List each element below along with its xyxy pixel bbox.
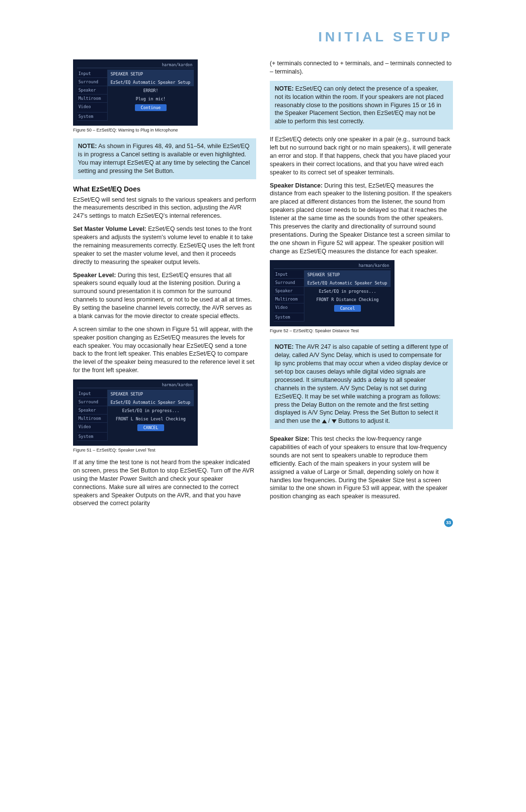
continue-button: Continue xyxy=(135,104,167,111)
osd-line: EzSet/EQ in progress... xyxy=(108,406,194,415)
osd-sidebar-item: Video xyxy=(274,303,304,313)
body-paragraph: Speaker Level: During this test, EzSet/E… xyxy=(73,271,256,321)
note-box-1: NOTE: As shown in Figures 48, 49, and 51… xyxy=(73,138,256,179)
paragraph-label: Speaker Level: xyxy=(73,272,116,279)
two-column-layout: harman/kardon Input SPEAKER SETUP Surrou… xyxy=(73,59,453,512)
left-column: harman/kardon Input SPEAKER SETUP Surrou… xyxy=(73,59,256,512)
note-text: As shown in Figures 48, 49, and 51–54, w… xyxy=(78,143,250,174)
up-triangle-icon xyxy=(322,419,327,423)
body-paragraph: A screen similar to the one shown in Fig… xyxy=(73,325,256,375)
osd-line xyxy=(108,113,194,121)
osd-sidebar-item: Input xyxy=(274,270,304,279)
osd-subtitle: EzSet/EQ Automatic Speaker Setup xyxy=(108,78,194,86)
figure-52-caption: Figure 52 – EzSet/EQ: Speaker Distance T… xyxy=(270,328,453,333)
osd-brand: harman/kardon xyxy=(274,263,391,269)
osd-line: FRONT L Noise Level Checking xyxy=(108,415,194,423)
osd-brand: harman/kardon xyxy=(77,382,194,388)
body-paragraph: Speaker Size: This test checks the low-f… xyxy=(270,435,453,501)
osd-button-row: Continue xyxy=(108,103,194,113)
osd-sidebar-item: Speaker xyxy=(77,406,108,415)
osd-sidebar-item: Speaker xyxy=(77,86,108,94)
page-number-badge: 33 xyxy=(444,518,453,527)
osd-title: SPEAKER SETUP xyxy=(108,390,194,398)
osd-sidebar-item: System xyxy=(274,313,304,321)
osd-line xyxy=(304,313,391,321)
osd-sidebar-item: Multiroom xyxy=(77,415,108,423)
osd-title: SPEAKER SETUP xyxy=(108,70,194,78)
osd-line xyxy=(108,433,194,441)
note-text-a: The AVR 247 is also capable of setting a… xyxy=(275,343,448,424)
osd-sidebar-item: Surround xyxy=(77,78,108,86)
note-label: NOTE: xyxy=(275,343,294,350)
body-paragraph: If EzSet/EQ detects only one speaker in … xyxy=(270,135,453,176)
body-paragraph: (+ terminals connected to + terminals, a… xyxy=(270,59,453,76)
paragraph-label: Set Master Volume Level: xyxy=(73,226,147,232)
osd-button-row: Cancel xyxy=(304,303,391,313)
osd-subtitle: EzSet/EQ Automatic Speaker Setup xyxy=(304,279,391,287)
osd-sidebar-item: Video xyxy=(77,103,108,113)
figure-52-osd: harman/kardon Input SPEAKER SETUP Surrou… xyxy=(270,260,394,326)
paragraph-text: During this test, EzSet/EQ measures the … xyxy=(270,182,451,255)
paragraph-label: Speaker Distance: xyxy=(270,182,322,189)
figure-51-caption: Figure 51 – EzSet/EQ: Speaker Level Test xyxy=(73,448,256,453)
body-paragraph: If at any time the test tone is not hear… xyxy=(73,458,256,508)
paragraph-text: This test checks the low-frequency range… xyxy=(270,435,448,500)
osd-sidebar-item: Video xyxy=(77,423,108,433)
note-text-b: Buttons to adjust it. xyxy=(337,417,390,424)
osd-line: ERROR! xyxy=(108,86,194,94)
figure-51-osd: harman/kardon Input SPEAKER SETUP Surrou… xyxy=(73,379,198,446)
note-text: EzSet/EQ can only detect the presence of… xyxy=(275,85,444,125)
note-label: NOTE: xyxy=(275,85,294,92)
osd-sidebar-item: Multiroom xyxy=(77,94,108,103)
osd-button-row: CANCEL xyxy=(108,423,194,433)
paragraph-label: Speaker Size: xyxy=(270,435,309,442)
osd-title: SPEAKER SETUP xyxy=(304,270,391,279)
body-paragraph: Speaker Distance: During this test, EzSe… xyxy=(270,182,453,256)
body-paragraph: Set Master Volume Level: EzSet/EQ sends … xyxy=(73,225,256,266)
note-label: NOTE: xyxy=(78,143,97,150)
body-paragraph: EzSet/EQ will send test signals to the v… xyxy=(73,196,256,221)
down-triangle-icon xyxy=(332,419,337,423)
osd-sidebar-item: Surround xyxy=(77,398,108,406)
osd-sidebar-item: Speaker xyxy=(274,287,304,295)
osd-sidebar-item: System xyxy=(77,433,108,441)
cancel-button: Cancel xyxy=(334,305,361,312)
paragraph-text: During this test, EzSet/EQ ensures that … xyxy=(73,272,252,320)
osd-sidebar-item: Input xyxy=(77,390,108,398)
figure-50-caption: Figure 50 – EzSet/EQ: Warning to Plug in… xyxy=(73,128,256,132)
osd-sidebar-item: Surround xyxy=(274,279,304,287)
osd-subtitle: EzSet/EQ Automatic Speaker Setup xyxy=(108,398,194,406)
note-box-3: NOTE: The AVR 247 is also capable of set… xyxy=(270,339,453,429)
osd-line: Plug in mic! xyxy=(108,94,194,103)
page-title: INITIAL SETUP xyxy=(73,29,453,45)
osd-sidebar-item: Multiroom xyxy=(274,295,304,303)
osd-sidebar-item: Input xyxy=(77,70,108,78)
cancel-button: CANCEL xyxy=(137,424,164,431)
osd-line: FRONT R Distance Checking xyxy=(304,295,391,303)
section-heading: What EzSet/EQ Does xyxy=(73,185,256,193)
osd-sidebar-item: System xyxy=(77,113,108,121)
osd-brand: harman/kardon xyxy=(77,62,194,68)
figure-50-osd: harman/kardon Input SPEAKER SETUP Surrou… xyxy=(73,59,198,126)
right-column: (+ terminals connected to + terminals, a… xyxy=(270,59,453,512)
note-box-2: NOTE: EzSet/EQ can only detect the prese… xyxy=(270,81,453,130)
osd-line: EzSet/EQ in progress... xyxy=(304,287,391,295)
